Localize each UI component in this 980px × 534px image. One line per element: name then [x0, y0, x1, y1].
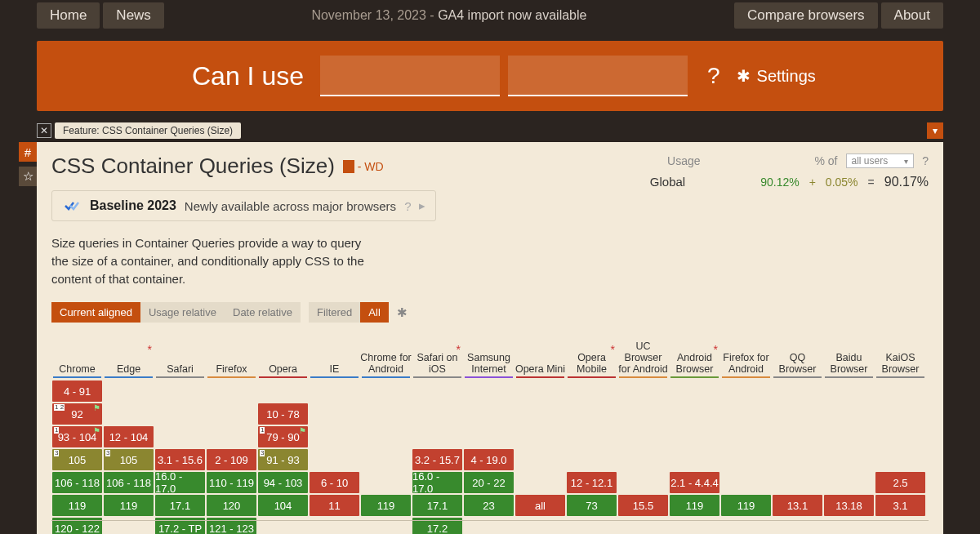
search-input[interactable]	[320, 56, 500, 96]
support-cell	[515, 403, 565, 425]
news-button[interactable]: News	[103, 2, 164, 29]
support-cell[interactable]: 20 - 22	[464, 472, 514, 493]
support-cell[interactable]: 11	[310, 495, 359, 516]
close-tab-button[interactable]: ✕	[37, 123, 51, 138]
support-cell[interactable]: 3.1 - 15.6	[155, 449, 205, 470]
support-cell[interactable]: 104	[258, 495, 308, 516]
browser-header[interactable]: Samsung Internet	[463, 334, 514, 378]
mode-usage-relative[interactable]: Usage relative	[140, 302, 225, 323]
browser-header[interactable]: Firefox	[206, 334, 257, 378]
support-cell	[773, 426, 822, 447]
support-cell[interactable]: 391 - 93	[258, 449, 308, 470]
browser-header[interactable]: Firefox for Android	[720, 334, 772, 378]
support-cell	[155, 403, 205, 425]
support-cell[interactable]: 13.18	[824, 495, 874, 516]
support-cell[interactable]: 119	[721, 495, 771, 516]
support-cell[interactable]: 106 - 118	[104, 472, 154, 493]
browser-header[interactable]: Android Browser*	[669, 334, 720, 378]
chevron-updown-icon: ▾	[904, 157, 908, 166]
support-cell[interactable]: 13.1	[773, 495, 822, 516]
support-grid: ChromeEdge*SafariFirefoxOperaIEChrome fo…	[51, 334, 929, 534]
home-button[interactable]: Home	[37, 2, 100, 29]
support-cell[interactable]: 3.1	[875, 495, 925, 516]
baseline-box[interactable]: Baseline 2023 Newly available across maj…	[51, 190, 436, 221]
support-cell[interactable]: 73	[567, 495, 617, 516]
support-cell[interactable]: 94 - 103	[258, 472, 308, 493]
support-cell	[464, 426, 514, 447]
support-cell[interactable]: 3105	[52, 449, 102, 470]
settings-button[interactable]: ✱ Settings	[737, 66, 816, 86]
help-icon[interactable]: ?	[707, 63, 720, 89]
mode-date-relative[interactable]: Date relative	[225, 302, 301, 323]
support-cell[interactable]: 17.1	[412, 495, 462, 516]
browser-header[interactable]: Edge*	[103, 334, 154, 378]
support-cell[interactable]: 106 - 118	[52, 472, 102, 493]
announcement-link[interactable]: GA4 import now available	[438, 8, 586, 22]
support-cell[interactable]: 16.0 - 17.0	[412, 472, 462, 493]
support-cell[interactable]: 119	[361, 495, 411, 516]
support-cell[interactable]: 4 - 19.0	[464, 449, 514, 470]
baseline-help-icon[interactable]: ?	[404, 199, 411, 213]
support-cell[interactable]: 119	[670, 495, 719, 516]
spec-badge[interactable]: - WD	[343, 160, 384, 173]
current-version-line	[51, 520, 929, 521]
hash-badge[interactable]: #	[19, 142, 37, 162]
mode-current-aligned[interactable]: Current aligned	[51, 302, 140, 323]
support-cell[interactable]: 10 - 78	[258, 403, 308, 425]
usage-total-pct: 90.17%	[884, 175, 929, 189]
browser-header[interactable]: Safari on iOS*	[412, 334, 463, 378]
support-cell	[310, 380, 359, 402]
browser-header[interactable]: Opera Mini	[514, 334, 566, 378]
support-cell[interactable]: 193 - 104⚑	[52, 426, 102, 447]
support-cell[interactable]: 179 - 90⚑	[258, 426, 308, 447]
usage-scope-select[interactable]: all users ▾	[846, 154, 915, 168]
support-cell[interactable]: 2.5	[875, 472, 925, 493]
usage-help-icon[interactable]: ?	[922, 154, 929, 167]
support-cell	[207, 380, 256, 402]
mode-filtered[interactable]: Filtered	[309, 302, 360, 323]
support-cell	[721, 403, 771, 425]
about-button[interactable]: About	[881, 2, 943, 29]
support-cell	[824, 403, 874, 425]
support-cell[interactable]: 16.0 - 17.0	[155, 472, 205, 493]
support-cell[interactable]: 12 - 12.1	[567, 472, 617, 493]
browser-header[interactable]: KaiOS Browser	[875, 334, 926, 378]
search-input-2[interactable]	[508, 56, 688, 96]
support-cell	[824, 449, 874, 470]
browser-header[interactable]: Opera Mobile*	[566, 334, 617, 378]
support-cell	[824, 472, 874, 493]
baseline-feedback-icon[interactable]: ▸	[419, 198, 425, 213]
support-cell[interactable]: 120	[207, 495, 256, 516]
support-cell[interactable]: 2.1 - 4.4.4	[670, 472, 719, 493]
support-cell[interactable]: 3105	[104, 449, 154, 470]
star-badge[interactable]: ☆	[19, 167, 37, 186]
support-cell[interactable]: 23	[464, 495, 514, 516]
support-cell[interactable]: 17.1	[155, 495, 205, 516]
support-cell[interactable]: 15.5	[618, 495, 668, 516]
support-cell[interactable]: 6 - 10	[310, 472, 359, 493]
browser-header[interactable]: Chrome	[51, 334, 103, 378]
filter-icon[interactable]: ▾	[927, 122, 943, 139]
support-cell[interactable]: 12 - 104	[104, 426, 154, 447]
browser-header[interactable]: IE	[309, 334, 360, 378]
support-cell[interactable]: 110 - 119	[207, 472, 256, 493]
browser-header[interactable]: Chrome for Android	[360, 334, 412, 378]
support-cell[interactable]: 119	[104, 495, 154, 516]
mode-all[interactable]: All	[360, 302, 388, 323]
compare-button[interactable]: Compare browsers	[734, 2, 878, 29]
usage-heading: Usage	[667, 154, 700, 167]
support-cell[interactable]: 2 - 109	[207, 449, 256, 470]
announcement[interactable]: November 13, 2023 - GA4 import now avail…	[311, 8, 586, 23]
browser-header[interactable]: Opera	[257, 334, 309, 378]
feature-tab[interactable]: Feature: CSS Container Queries (Size)	[55, 122, 241, 139]
browser-header[interactable]: Safari	[154, 334, 206, 378]
support-cell[interactable]: 119	[52, 495, 102, 516]
mode-settings-icon[interactable]: ✱	[397, 305, 408, 320]
support-cell[interactable]: all	[515, 495, 565, 516]
support-cell[interactable]: 3.2 - 15.7	[412, 449, 462, 470]
browser-header[interactable]: Baidu Browser	[823, 334, 875, 378]
browser-header[interactable]: UC Browser for Android	[617, 334, 669, 378]
support-cell[interactable]: 1 292⚑	[52, 403, 102, 425]
browser-header[interactable]: QQ Browser	[772, 334, 823, 378]
support-cell[interactable]: 4 - 91	[52, 380, 102, 402]
